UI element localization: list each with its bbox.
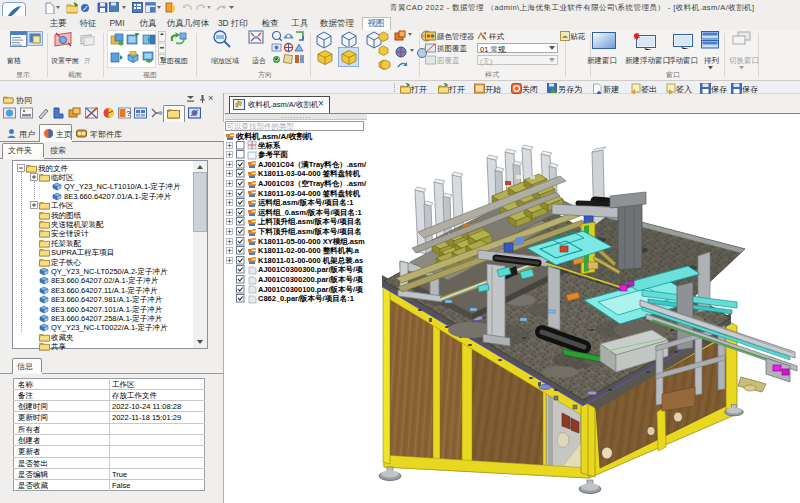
svg-text:?: ? bbox=[126, 109, 131, 118]
